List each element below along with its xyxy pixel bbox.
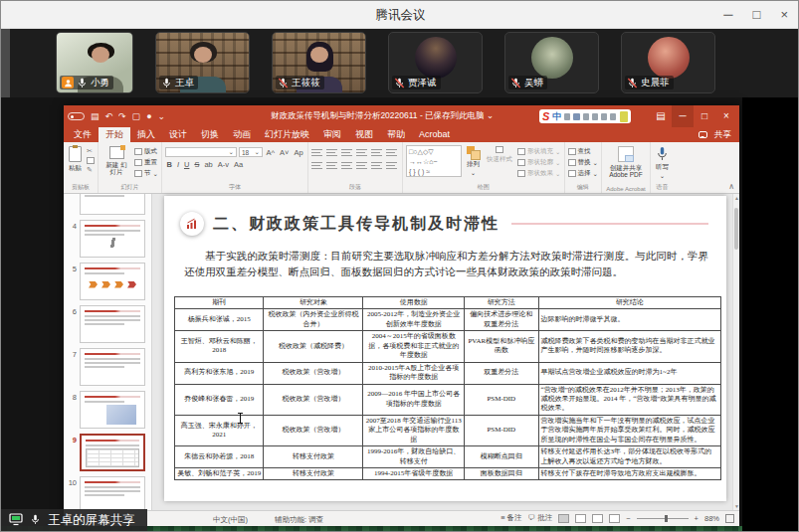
record-dot-icon[interactable]: ● [146,111,151,121]
font-tool-icon[interactable]: ab [203,160,214,169]
paragraph-tool-icon[interactable] [341,148,352,156]
comments-button[interactable]: 🗩 批注 [528,513,553,523]
font-name-select[interactable]: ⌄ [165,147,237,157]
skin-icon[interactable] [620,111,628,122]
font-tool-icon[interactable]: S [193,160,201,169]
zoom-out-icon[interactable]: − [626,514,630,523]
slide-thumbnail[interactable] [80,220,145,258]
paragraph-tool-icon[interactable] [356,161,367,169]
font-tool-icon[interactable]: A˅ [278,148,290,157]
font-size-select[interactable]: 18⌄ [239,147,263,157]
person-icon[interactable] [592,113,598,120]
zoom-slider-thumb[interactable] [665,515,668,522]
scroll-up-icon[interactable]: ▲ [733,195,740,201]
sogou-ime-toolbar[interactable]: S中 [539,109,631,123]
cut-icon[interactable]: ✂ [87,147,95,155]
reading-view-icon[interactable] [592,514,603,523]
keyboard-icon[interactable] [583,113,589,120]
autosave-toggle-icon[interactable] [68,112,85,120]
ribbon-tab[interactable]: 视图 [348,127,380,142]
ppt-minimize-button[interactable]: ─ [672,105,694,127]
layout-button[interactable]: 版式 [134,147,158,156]
slide-thumbnail[interactable] [80,476,145,510]
ppt-close-button[interactable]: × [715,105,737,127]
notes-button[interactable]: ≡ 备注 [500,513,521,523]
section-button[interactable]: 节 ⌄ [134,169,158,178]
slide-thumbnail[interactable] [80,263,145,300]
dictate-button[interactable]: 听写⌄ [654,145,671,184]
slideshow-icon[interactable]: ▢ [132,111,141,121]
slide-thumbnail[interactable] [80,305,145,343]
ribbon-tab[interactable]: 开始 [99,127,130,142]
paragraph-tool-icon[interactable] [371,148,382,156]
reset-button[interactable]: 重置 [134,158,158,167]
font-tool-icon[interactable]: Aa [233,160,245,169]
font-tool-icon[interactable]: A^ [265,148,277,157]
ppt-restore-button[interactable]: □ [694,105,715,127]
slide-thumbnail[interactable] [80,434,145,471]
sogou-logo[interactable]: S [542,111,549,122]
redo-icon[interactable]: ↷ [118,111,126,121]
collapse-ribbon-icon[interactable]: ∧ [723,182,739,193]
format-painter-icon[interactable]: ✎ [87,166,95,174]
font-tool-icon[interactable]: I [175,160,180,169]
paragraph-tool-icon[interactable] [326,148,337,156]
mic-icon[interactable] [573,113,579,120]
participant-tile[interactable]: 吴蟒 [504,32,599,93]
participant-tile[interactable]: 小勇 [56,32,133,93]
paragraph-tool-icon[interactable] [356,148,367,156]
grid-icon[interactable] [610,113,616,120]
ribbon-display-options-icon[interactable]: ▤ [650,105,672,127]
zoom-in-icon[interactable]: + [695,514,699,523]
normal-view-icon[interactable] [558,514,569,523]
shape-outline-button[interactable]: 形状轮廓 ⌄ [517,158,560,167]
shape-fill-button[interactable]: 形状填充 ⌄ [517,147,560,156]
scroll-down-icon[interactable]: ▼ [733,503,740,509]
participant-tile[interactable]: 贾泽诚 [388,32,483,93]
slide-thumbnail[interactable] [80,348,145,386]
shape-effects-button[interactable]: 形状效果 ⌄ [517,169,560,178]
replace-button[interactable]: 替换 ⌄ [568,158,598,167]
accessibility-indicator[interactable]: 辅助功能: 调查 [275,515,323,525]
find-button[interactable]: 查找 [568,147,598,156]
close-button[interactable]: × [780,6,788,24]
participant-tile[interactable]: 史晨菲 [621,32,715,93]
vertical-scrollbar[interactable]: ▲ ▼ [732,194,739,510]
copy-icon[interactable] [87,157,95,164]
share-button[interactable]: 共享 [714,129,731,141]
ribbon-tab[interactable]: 帮助 [380,127,412,142]
toolbox-icon[interactable] [601,113,607,120]
slideshow-view-icon[interactable] [609,514,620,523]
paragraph-tool-icon[interactable] [326,161,337,169]
collapsed-panel-edge[interactable] [1,29,10,97]
paragraph-tool-icon[interactable] [371,161,382,169]
chinese-mode[interactable]: 中 [552,110,561,123]
create-share-pdf-button[interactable]: 创建并共享 Adobe PDF [605,145,647,184]
scrollbar-thumb[interactable] [734,208,738,250]
undo-icon[interactable]: ↶ [105,111,113,121]
pen-icon[interactable] [564,113,570,120]
participant-tile[interactable]: 王筱筱 [272,32,366,93]
fit-slide-icon[interactable] [725,514,734,523]
paste-button[interactable]: 粘贴 [67,145,84,184]
quick-styles-button[interactable]: 快速样式 [485,145,514,184]
minimize-button[interactable]: ─ [723,6,732,24]
participant-tile[interactable]: 王卓 [155,32,250,93]
slide-sorter-view-icon[interactable] [575,514,586,523]
paragraph-tool-icon[interactable] [341,161,352,169]
ribbon-tab[interactable]: 动画 [226,127,258,142]
ribbon-tab[interactable]: 切换 [194,127,226,142]
font-tool-icon[interactable]: A-v [216,160,230,169]
paragraph-tool-icon[interactable] [311,148,322,156]
font-tool-icon[interactable]: Ap [293,148,304,157]
slide-thumbnail[interactable] [80,194,145,215]
font-tool-icon[interactable]: U [182,160,190,169]
ribbon-tab[interactable]: 插入 [130,127,162,142]
ribbon-tab[interactable]: 设计 [162,127,194,142]
zoom-slider[interactable] [637,518,689,519]
ribbon-tab[interactable]: Acrobat [412,127,457,142]
select-button[interactable]: 选择 ⌄ [568,169,598,178]
comments-icon[interactable] [699,131,707,138]
language-indicator[interactable]: 中文(中国) [213,515,248,525]
paragraph-tool-icon[interactable] [386,161,397,169]
